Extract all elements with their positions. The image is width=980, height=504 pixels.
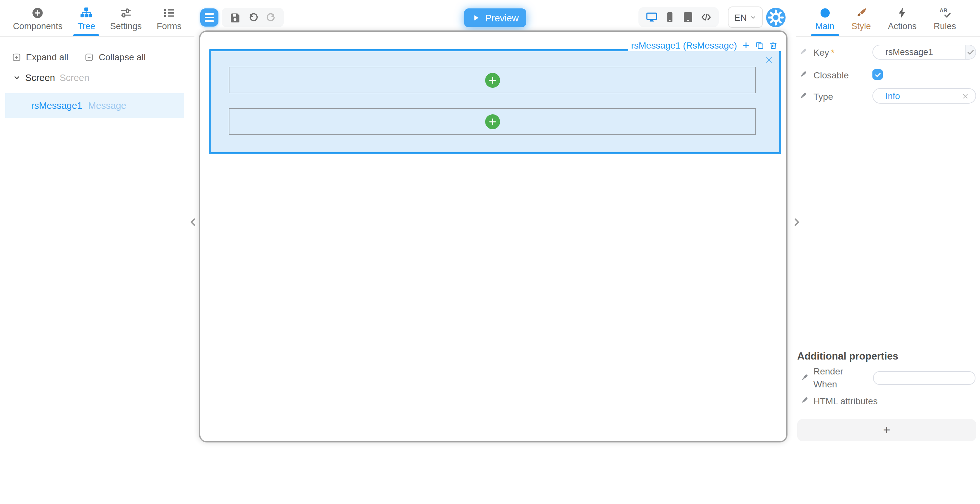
tree-toolbar: Expand all Collapse all bbox=[12, 52, 146, 62]
bind-closable-icon[interactable] bbox=[799, 70, 808, 79]
save-icon bbox=[229, 11, 241, 24]
key-field bbox=[872, 45, 976, 60]
main-dot-icon bbox=[818, 6, 831, 19]
type-value: Info bbox=[885, 91, 900, 101]
clear-icon bbox=[962, 92, 969, 99]
tree-root-type: Screen bbox=[60, 73, 89, 83]
tab-tree-label: Tree bbox=[78, 21, 95, 31]
desktop-view-button[interactable] bbox=[645, 11, 657, 23]
tab-main[interactable]: Main bbox=[815, 0, 835, 36]
tab-tree[interactable]: Tree bbox=[78, 0, 95, 36]
collapse-all-icon bbox=[85, 53, 94, 61]
key-confirm-button[interactable] bbox=[965, 45, 975, 59]
tree-root-name: Screen bbox=[25, 73, 55, 83]
design-canvas[interactable]: rsMessage1 (RsMessage) bbox=[199, 30, 788, 442]
redo-button[interactable] bbox=[265, 11, 277, 24]
code-icon bbox=[700, 11, 712, 23]
device-switcher bbox=[638, 7, 719, 27]
tablet-view-button[interactable] bbox=[681, 11, 694, 23]
add-content-button[interactable] bbox=[485, 114, 500, 129]
tab-forms[interactable]: Forms bbox=[156, 0, 181, 36]
redo-icon bbox=[265, 11, 277, 24]
add-content-button[interactable] bbox=[485, 73, 500, 87]
closable-label: Closable bbox=[813, 70, 849, 80]
chevron-left-icon bbox=[188, 215, 198, 229]
collapse-all-button[interactable]: Collapse all bbox=[85, 52, 146, 62]
copy-icon bbox=[755, 40, 764, 49]
hamburger-icon bbox=[205, 13, 214, 15]
tab-actions[interactable]: Actions bbox=[888, 0, 917, 36]
lightning-icon bbox=[896, 6, 909, 19]
preview-label: Preview bbox=[485, 13, 519, 23]
menu-button[interactable] bbox=[200, 8, 218, 27]
undo-icon bbox=[247, 11, 259, 24]
tab-settings[interactable]: Settings bbox=[110, 0, 142, 36]
expand-all-button[interactable]: Expand all bbox=[12, 52, 68, 62]
plus-icon bbox=[488, 76, 496, 84]
trash-icon bbox=[769, 40, 778, 49]
tab-rules[interactable]: AB Rules bbox=[934, 0, 956, 36]
caret-down-icon bbox=[13, 74, 21, 82]
expand-all-icon bbox=[12, 53, 21, 61]
required-mark: * bbox=[831, 47, 835, 58]
settings-gear-button[interactable] bbox=[766, 8, 786, 27]
plus-circle-icon bbox=[32, 6, 45, 19]
add-component-button[interactable] bbox=[741, 40, 751, 49]
key-input[interactable] bbox=[873, 47, 965, 57]
render-when-input[interactable] bbox=[873, 371, 975, 385]
key-label: Key* bbox=[813, 47, 835, 58]
tab-components[interactable]: Components bbox=[13, 0, 62, 36]
save-button[interactable] bbox=[229, 11, 241, 24]
code-view-button[interactable] bbox=[700, 11, 712, 23]
phone-icon bbox=[663, 11, 676, 23]
type-select[interactable]: Info bbox=[872, 88, 976, 103]
tab-forms-label: Forms bbox=[156, 21, 181, 31]
delete-component-button[interactable] bbox=[769, 40, 778, 49]
plus-icon bbox=[741, 40, 751, 49]
selection-toolbar: rsMessage1 (RsMessage) bbox=[628, 39, 781, 51]
message-title-slot[interactable] bbox=[229, 67, 756, 93]
check-icon bbox=[966, 48, 975, 56]
render-when-label: Render When bbox=[813, 365, 856, 391]
language-value: EN bbox=[734, 12, 747, 22]
tree-root-row[interactable]: Screen Screen bbox=[13, 73, 89, 83]
check-icon bbox=[874, 71, 881, 78]
collapse-all-label: Collapse all bbox=[99, 52, 146, 62]
play-icon bbox=[471, 14, 480, 22]
additional-properties-heading: Additional properties bbox=[797, 350, 898, 362]
tree-node-rsmessage1[interactable]: rsMessage1 Message bbox=[5, 93, 184, 118]
collapse-left-panel-button[interactable] bbox=[188, 215, 198, 229]
tab-style-label: Style bbox=[851, 21, 871, 31]
monitor-icon bbox=[645, 11, 657, 23]
spellcheck-icon: AB bbox=[938, 6, 951, 19]
bind-html-attributes-icon[interactable] bbox=[800, 396, 809, 405]
tab-components-label: Components bbox=[13, 21, 62, 31]
closable-checkbox[interactable] bbox=[872, 69, 883, 79]
list-icon bbox=[163, 6, 176, 19]
rsmessage-component[interactable] bbox=[209, 49, 781, 154]
left-tab-bar: Components Tree Settings Forms bbox=[0, 0, 194, 37]
brush-icon bbox=[854, 6, 867, 19]
bind-key-icon[interactable] bbox=[799, 47, 808, 56]
language-selector[interactable]: EN bbox=[728, 6, 763, 28]
tab-style[interactable]: Style bbox=[851, 0, 871, 36]
duplicate-component-button[interactable] bbox=[755, 40, 764, 49]
expand-all-label: Expand all bbox=[26, 52, 68, 62]
plus-icon bbox=[488, 117, 496, 126]
undo-button[interactable] bbox=[247, 11, 259, 24]
phone-view-button[interactable] bbox=[663, 11, 676, 23]
tab-settings-label: Settings bbox=[110, 21, 142, 31]
selection-label: rsMessage1 (RsMessage) bbox=[631, 40, 737, 50]
tablet-icon bbox=[681, 11, 694, 23]
add-property-button[interactable]: + bbox=[797, 419, 976, 441]
tab-rules-label: Rules bbox=[934, 21, 956, 31]
bind-render-when-icon[interactable] bbox=[800, 373, 809, 382]
gear-icon bbox=[766, 8, 786, 27]
app-window: Components Tree Settings Forms Expand al… bbox=[0, 0, 980, 504]
message-close-icon[interactable] bbox=[765, 56, 773, 64]
preview-button[interactable]: Preview bbox=[464, 8, 526, 27]
bind-type-icon[interactable] bbox=[799, 91, 808, 100]
inspector-panel: Main Style Actions AB Rules bbox=[796, 0, 980, 504]
message-body-slot[interactable] bbox=[229, 108, 756, 135]
tree-node-type: Message bbox=[88, 100, 126, 111]
